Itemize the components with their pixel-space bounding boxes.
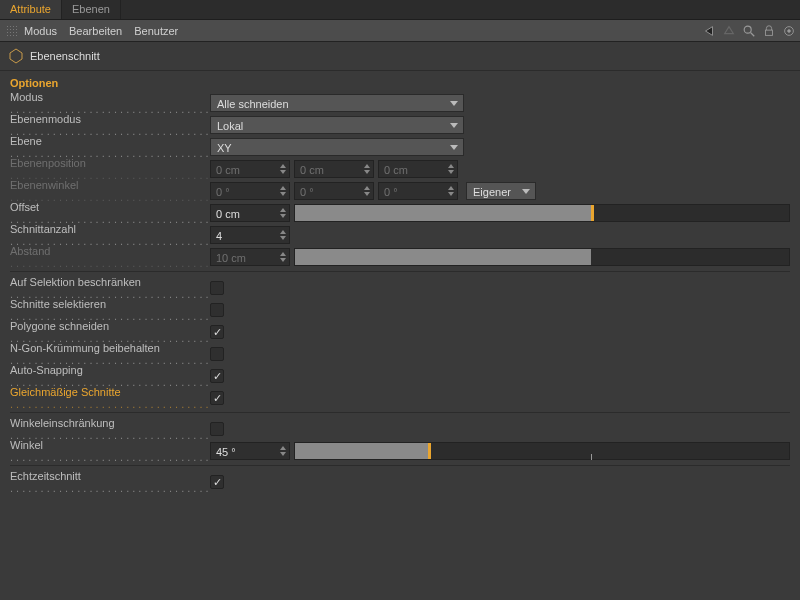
tool-title: Ebenenschnitt xyxy=(30,50,100,62)
label-ebene: Ebene xyxy=(10,135,210,159)
svg-point-0 xyxy=(744,26,751,33)
divider xyxy=(10,465,790,466)
menu-benutzer[interactable]: Benutzer xyxy=(134,25,178,37)
label-ebenenwinkel: Ebenenwinkel xyxy=(10,179,210,203)
tool-icon xyxy=(8,48,24,64)
input-pos-y[interactable]: 0 cm xyxy=(294,160,374,178)
dropdown-modus[interactable]: Alle schneiden xyxy=(210,94,464,112)
input-schnittanzahl[interactable]: 4 xyxy=(210,226,290,244)
check-winkeleinschraenkung[interactable] xyxy=(210,422,224,436)
label-aufselektion: Auf Selektion beschränken xyxy=(10,276,210,300)
section-optionen: Optionen xyxy=(0,71,800,93)
label-ngon: N-Gon-Krümmung beibehalten xyxy=(10,342,210,366)
divider xyxy=(10,412,790,413)
input-ang-y[interactable]: 0 ° xyxy=(294,182,374,200)
back-arrow-icon[interactable] xyxy=(702,24,716,38)
input-pos-z[interactable]: 0 cm xyxy=(378,160,458,178)
label-ebenenposition: Ebenenposition xyxy=(10,157,210,181)
label-offset: Offset xyxy=(10,201,210,225)
svg-line-1 xyxy=(751,32,755,36)
input-ang-x[interactable]: 0 ° xyxy=(210,182,290,200)
dropdown-ebene[interactable]: XY xyxy=(210,138,464,156)
search-icon[interactable] xyxy=(742,24,756,38)
svg-point-4 xyxy=(788,29,791,32)
check-polygone-schneiden[interactable] xyxy=(210,325,224,339)
tab-ebenen[interactable]: Ebenen xyxy=(62,0,121,19)
input-abstand[interactable]: 10 cm xyxy=(210,248,290,266)
menu-bearbeiten[interactable]: Bearbeiten xyxy=(69,25,122,37)
input-pos-x[interactable]: 0 cm xyxy=(210,160,290,178)
grip-icon xyxy=(6,25,18,37)
label-winkel: Winkel xyxy=(10,439,210,463)
check-schnitte-selektieren[interactable] xyxy=(210,303,224,317)
label-ebenenmodus: Ebenenmodus xyxy=(10,113,210,137)
check-gleichmaessig[interactable] xyxy=(210,391,224,405)
up-arrow-icon[interactable] xyxy=(722,24,736,38)
menu-modus[interactable]: Modus xyxy=(24,25,57,37)
check-autosnapping[interactable] xyxy=(210,369,224,383)
input-ang-z[interactable]: 0 ° xyxy=(378,182,458,200)
target-icon[interactable] xyxy=(782,24,796,38)
dropdown-angle-order[interactable]: Eigener xyxy=(466,182,536,200)
attribute-menubar: Modus Bearbeiten Benutzer xyxy=(0,20,800,42)
label-schnitte-selektieren: Schnitte selektieren xyxy=(10,298,210,322)
options-panel: Modus Alle schneiden Ebenenmodus Lokal E… xyxy=(0,93,800,500)
check-echtzeit[interactable] xyxy=(210,475,224,489)
label-polygone-schneiden: Polygone schneiden xyxy=(10,320,210,344)
slider-winkel[interactable] xyxy=(294,442,790,460)
tab-attribute[interactable]: Attribute xyxy=(0,0,62,19)
tab-bar: Attribute Ebenen xyxy=(0,0,800,20)
input-winkel[interactable]: 45 ° xyxy=(210,442,290,460)
slider-offset[interactable] xyxy=(294,204,790,222)
label-schnittanzahl: Schnittanzahl xyxy=(10,223,210,247)
label-gleichmaessig: Gleichmäßige Schnitte xyxy=(10,386,210,410)
label-autosnapping: Auto-Snapping xyxy=(10,364,210,388)
svg-rect-2 xyxy=(766,30,773,35)
check-aufselektion[interactable] xyxy=(210,281,224,295)
tool-header: Ebenenschnitt xyxy=(0,42,800,71)
check-ngon[interactable] xyxy=(210,347,224,361)
divider xyxy=(10,271,790,272)
label-abstand: Abstand xyxy=(10,245,210,269)
label-modus: Modus xyxy=(10,91,210,115)
label-winkeleinschraenkung: Winkeleinschränkung xyxy=(10,417,210,441)
slider-abstand xyxy=(294,248,790,266)
lock-icon[interactable] xyxy=(762,24,776,38)
input-offset[interactable]: 0 cm xyxy=(210,204,290,222)
label-echtzeit: Echtzeitschnitt xyxy=(10,470,210,494)
dropdown-ebenenmodus[interactable]: Lokal xyxy=(210,116,464,134)
